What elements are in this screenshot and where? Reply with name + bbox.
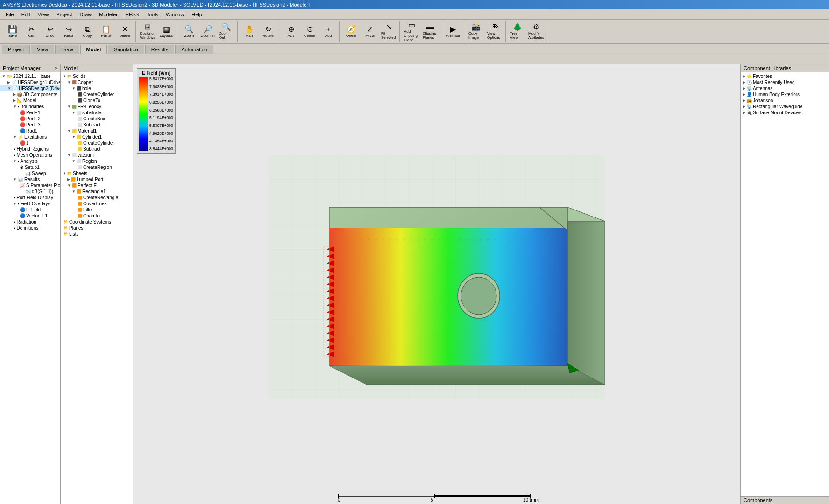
model-tree-item[interactable]: ▼🟧Perfect E — [61, 182, 133, 189]
toolbar-btn-paste[interactable]: 📋Paste — [97, 23, 115, 41]
comp-lib-item[interactable]: ▶🔌Surface Mount Devices — [741, 110, 829, 116]
comp-lib-item[interactable]: ▶📡Rectangular Waveguide — [741, 104, 829, 110]
model-tree-item[interactable]: ▼⬛hole — [61, 85, 133, 91]
toolbar-btn-pan[interactable]: ✋Pan — [241, 23, 258, 41]
model-tree-item[interactable]: 📂Lists — [61, 231, 133, 237]
model-tree-item[interactable]: ▼🟨Cylinder1 — [61, 134, 133, 140]
project-tree-item[interactable]: ▶📐Model — [0, 98, 60, 104]
model-tree-item[interactable]: 🟧Chamfer — [61, 213, 133, 219]
comp-lib-item[interactable]: ▶🕐Most Recently Used — [741, 79, 829, 85]
toolbar-btn-center[interactable]: ⊙Center — [301, 23, 319, 41]
project-tree-item[interactable]: ▪Mesh Operations — [0, 152, 60, 158]
project-tree-item[interactable]: ▼▪Boundaries — [0, 104, 60, 110]
model-tree-item[interactable]: ⬛CreateCylinder — [61, 91, 133, 98]
menu-item-window[interactable]: Window — [162, 11, 188, 18]
project-tree[interactable]: ▼📁2024.12.11 - base▶📄HFSSDesign1 (Driven… — [0, 72, 60, 504]
toolbar-btn-add-clipping-plane[interactable]: ▭Add Clipping Plane — [403, 23, 420, 41]
toolbar-btn-layouts[interactable]: ▦Layouts — [157, 23, 175, 41]
toolbar-btn-tree-view[interactable]: 🌲Tree View — [509, 23, 526, 41]
menu-item-modeler[interactable]: Modeler — [95, 11, 121, 18]
project-tree-item[interactable]: ▪Hybrid Regions — [0, 146, 60, 152]
toolbar-btn-zoom[interactable]: 🔍Zoom — [180, 23, 198, 41]
toolbar-btn-axis[interactable]: ⊕Axis — [282, 23, 300, 41]
toolbar-btn-zoom-out[interactable]: 🔍Zoom Out — [218, 23, 235, 41]
model-tree-item[interactable]: 🟨Subtract — [61, 146, 133, 152]
menu-item-draw[interactable]: Draw — [76, 11, 96, 18]
viewport[interactable]: E Field [V/m] 5.5317E+0007.9638E+0007.39… — [133, 64, 740, 504]
model-tree-item[interactable]: 📂Planes — [61, 225, 133, 231]
model-tree-item[interactable]: 🟧Fillet — [61, 207, 133, 213]
comp-lib-item[interactable]: ▶📡Antennas — [741, 85, 829, 91]
project-tree-item[interactable]: 🔴PerfE1 — [0, 110, 60, 116]
tab-model[interactable]: Model — [80, 45, 107, 54]
toolbar-btn-docking-windows[interactable]: ⊞Docking Windows — [139, 23, 156, 41]
project-tree-item[interactable]: ▼⚡Excitations — [0, 134, 60, 140]
project-tree-item[interactable]: ▶📦3D Components — [0, 91, 60, 98]
toolbar-btn-copy-image[interactable]: 📸Copy Image — [467, 23, 485, 41]
model-tree-item[interactable]: ▼⬜vacuum — [61, 152, 133, 158]
model-tree-item[interactable]: ▶🟧Lumped Port — [61, 176, 133, 182]
model-tree-item[interactable]: ⬜CreateBox — [61, 116, 133, 122]
tab-view[interactable]: View — [31, 45, 54, 54]
project-tree-item[interactable]: ▪Radiation — [0, 219, 60, 225]
project-tree-item[interactable]: 📉dB(S(1,1)) — [0, 189, 60, 195]
project-tree-item[interactable]: ▼▪Field Overlays — [0, 201, 60, 207]
panel-controls[interactable]: × — [55, 65, 57, 71]
project-tree-item[interactable]: 📊Sweep — [0, 170, 60, 176]
model-tree-item[interactable]: ▼⬜Region — [61, 158, 133, 164]
menu-item-tools[interactable]: Tools — [142, 11, 162, 18]
tab-simulation[interactable]: Simulation — [108, 45, 144, 54]
toolbar-btn-modify-attributes[interactable]: ⚙Modify Attributes — [527, 23, 545, 41]
menu-item-file[interactable]: File — [2, 11, 18, 18]
model-tree-item[interactable]: ⬜Subtract — [61, 122, 133, 128]
model-tree[interactable]: ▼📂Solids▼🟫Copper▼⬛hole ⬛CreateCylinder ⬛… — [61, 72, 133, 504]
project-tree-item[interactable]: 🔵E Field — [0, 207, 60, 213]
model-tree-item[interactable]: ▼📂Sheets — [61, 170, 133, 176]
component-lib-tree[interactable]: ▶⭐Favorites▶🕐Most Recently Used▶📡Antenna… — [741, 72, 829, 496]
toolbar-btn-copy[interactable]: ⧉Copy — [78, 23, 96, 41]
tab-project[interactable]: Project — [2, 45, 30, 54]
tab-automation[interactable]: Automation — [175, 45, 213, 54]
model-tree-item[interactable]: ⬛CloneTo — [61, 98, 133, 104]
tab-draw[interactable]: Draw — [55, 45, 79, 54]
comp-lib-item[interactable]: ▶⭐Favorites — [741, 73, 829, 79]
menu-item-edit[interactable]: Edit — [18, 11, 34, 18]
project-tree-item[interactable]: ⚙Setup1 — [0, 164, 60, 170]
toolbar-btn-cut[interactable]: ✂Cut — [22, 23, 40, 41]
toolbar-btn-view-options[interactable]: 👁View Options — [486, 23, 503, 41]
comp-lib-item[interactable]: ▶📻Johanson — [741, 98, 829, 104]
project-tree-item[interactable]: ▪Port Field Display — [0, 195, 60, 201]
toolbar-btn-save[interactable]: 💾Save — [4, 23, 21, 41]
menu-item-hfss[interactable]: HFSS — [121, 11, 142, 18]
model-tree-item[interactable]: ▼🟧Rectangle1 — [61, 189, 133, 195]
toolbar-btn-undo[interactable]: ↩Undo — [41, 23, 59, 41]
toolbar-btn-animate[interactable]: ▶Animate — [444, 23, 462, 41]
model-tree-item[interactable]: 🟨CreateCylinder — [61, 140, 133, 146]
toolbar-btn-rotate[interactable]: ↻Rotate — [259, 23, 277, 41]
project-tree-item[interactable]: ▶📄HFSSDesign1 (DrivenModa) — [0, 79, 60, 85]
model-tree-item[interactable]: ▼🟩FR4_epoxy — [61, 104, 133, 110]
model-tree-item[interactable]: ▼⬜substrate — [61, 110, 133, 116]
project-tree-item[interactable]: 🔵Rad1 — [0, 128, 60, 134]
toolbar-btn-fit-all[interactable]: ⤢Fit All — [361, 23, 379, 41]
model-tree-item[interactable]: ▼🟨Material1 — [61, 128, 133, 134]
toolbar-btn-zoom-in[interactable]: 🔎Zoom In — [199, 23, 217, 41]
model-tree-item[interactable]: ▼🟫Copper — [61, 79, 133, 85]
project-tree-item[interactable]: 🔴PerfE2 — [0, 116, 60, 122]
project-tree-item[interactable]: ▼📄HFSSDesign2 (DrivenModa) — [0, 85, 60, 91]
toolbar-btn-fit-selected[interactable]: ⤡Fit Selected — [380, 23, 397, 41]
project-tree-item[interactable]: 📈S Parameter Plot 1 — [0, 182, 60, 189]
toolbar-btn-delete[interactable]: ✕Delete — [116, 23, 134, 41]
project-tree-item[interactable]: ▼📁2024.12.11 - base — [0, 73, 60, 79]
toolbar-btn-redo[interactable]: ↪Redo — [60, 23, 78, 41]
tab-results[interactable]: Results — [145, 45, 175, 54]
model-tree-item[interactable]: 🟧CreateRectangle — [61, 195, 133, 201]
project-tree-item[interactable]: 🔴1 — [0, 140, 60, 146]
model-tree-item[interactable]: 🟧CoverLines — [61, 201, 133, 207]
project-tree-item[interactable]: ▪Definitions — [0, 225, 60, 231]
toolbar-btn-clipping-planes[interactable]: ▬Clipping Planes — [421, 23, 439, 41]
model-tree-item[interactable]: ⬜CreateRegion — [61, 164, 133, 170]
project-tree-item[interactable]: ▼📊Results — [0, 176, 60, 182]
model-tree-item[interactable]: 📂Coordinate Systems — [61, 219, 133, 225]
comp-lib-item[interactable]: ▶👤Human Body Exteriors — [741, 91, 829, 98]
